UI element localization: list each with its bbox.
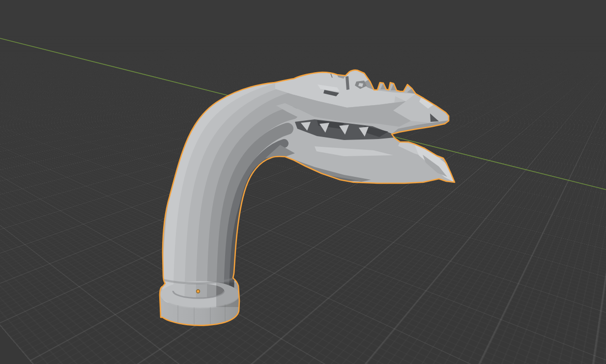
viewport-overlay: Low-poly gray dragon head with open jaws… (0, 0, 606, 364)
y-axis-line-far (0, 38, 230, 96)
dragon-model[interactable]: Low-poly gray dragon head with open jaws… (147, 64, 467, 332)
model-shading (147, 64, 467, 332)
object-origin-dot (197, 290, 200, 293)
3d-viewport[interactable]: Low-poly gray dragon head with open jaws… (0, 0, 606, 364)
